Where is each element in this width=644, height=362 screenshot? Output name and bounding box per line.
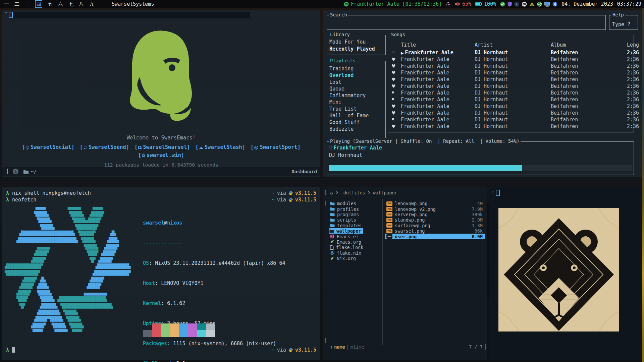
now-playing-module[interactable]: Frankfurter Aale [01:38/02:36] [344,1,442,7]
search-input[interactable] [330,18,601,26]
input-method-icon[interactable] [446,2,451,6]
playlist-inflammatory[interactable]: Inflammatory [329,92,369,99]
tree-item-flake-nix[interactable]: flake.nix [330,250,363,256]
file-row[interactable]: PNGstandwp.png2.9M [385,217,485,223]
file-row[interactable]: PNGsurfacewp.png1.3M [385,223,485,228]
link-swarsel-win[interactable]: ✿swarsel.win [138,152,184,158]
file-row-selected[interactable]: PNGuser.png6.9M [385,234,485,239]
shield-icon[interactable] [507,2,512,7]
spotify-icon [344,2,349,7]
playlist-hall-of-fame[interactable]: Hall of Fame [329,112,369,119]
heart-icon[interactable]: ♥ [391,56,401,63]
tree-item-folder[interactable]: profiles [330,206,363,212]
song-row[interactable]: ♥Frankfurter AaleDJ HornhautBeifahren2:3… [388,96,634,103]
tree-item-flake-lock[interactable]: flake.lock [330,245,363,250]
workspace-6[interactable]: 六 [58,0,63,8]
playlist-badizzle[interactable]: Badizzle [329,126,369,132]
sort-key[interactable]: name [334,344,345,350]
heart-icon[interactable]: ♥ [391,116,401,123]
playlist-queue[interactable]: Queue [329,85,369,92]
workspace-4-active[interactable]: 四 [35,0,42,8]
file-row[interactable]: PNGlenovowp_v2.png7.9M [385,206,485,212]
tree-item-nix-org[interactable]: Nix.org [330,256,363,261]
progress-bar[interactable] [329,165,632,171]
syncthing-icon[interactable] [537,2,542,7]
song-row[interactable]: ♥Frankfurter AaleDJ HornhautBeifahren2:3… [388,103,634,110]
file-row[interactable]: PNGserverwp.png389k [385,212,485,217]
song-row-playing[interactable]: ♡Frankfurter AaleDJ HornhautBeifahren2:3… [388,49,634,56]
sort-alt[interactable]: mtime [351,344,364,350]
song-row[interactable]: ♥Frankfurter AaleDJ HornhautBeifahren2:3… [388,110,634,116]
tree-item-emacs-org[interactable]: Emacs.org [330,239,363,245]
tree-item-folder[interactable]: modules [330,201,363,206]
tree-item-folder[interactable]: scripts [330,217,363,223]
link-swarselsport[interactable]: @SwarselSport [251,144,301,150]
library-box: Library Made For You Recently Played [327,35,386,55]
bluetooth-icon[interactable] [552,2,557,7]
heart-icon[interactable]: ♥ [391,96,401,103]
link-swarselstash[interactable]: ☁SwarselStash [195,144,245,150]
tree-item-folder[interactable]: templates [330,223,363,228]
playlist-lost[interactable]: Lost [329,79,369,85]
breadcrumb-dotfiles[interactable]: .dotfiles [341,190,365,195]
heart-icon[interactable]: ♡ [391,49,401,57]
display-icon[interactable] [544,2,550,7]
home-icon[interactable]: ⌂ [330,190,333,195]
workspace-7[interactable]: 七 [68,0,73,8]
playlist-overload-selected[interactable]: Overload [329,72,369,79]
volume-module[interactable]: 65% [455,1,471,7]
heart-icon[interactable]: ♥ [391,76,401,83]
song-row[interactable]: ♥Frankfurter AaleDJ HornhautBeifahren2:3… [388,116,634,123]
vpn-tent-icon[interactable] [529,2,535,6]
updates-ok-icon[interactable] [500,2,505,7]
playlist-good-stuff[interactable]: Good Stuff [329,119,369,126]
breadcrumb-wallpaper[interactable]: wallpaper [373,190,397,195]
prompt-line-current[interactable]: λ [6,347,15,353]
file-manager-pane: ⌂ .dotfiles wallpaper modules profiles p… [323,187,487,360]
heart-icon[interactable]: ♥ [391,103,401,110]
heart-icon[interactable]: ♥ [391,110,401,116]
heart-icon[interactable]: ♥ [391,89,401,96]
link-swarselswarsel[interactable]: ΩSwarselSwarsel [135,144,190,150]
workspace-8[interactable]: 八 [79,0,84,8]
pane-divider [382,199,383,345]
link-swarselsocial[interactable]: ◎SwarselSocial [22,144,74,150]
clock-date[interactable]: 04. Dezember 2023 [561,1,613,7]
workspace-5[interactable]: 五 [48,0,53,8]
heart-icon[interactable]: ♥ [391,123,401,130]
workspace-2[interactable]: 二 [14,0,19,8]
workspace-1[interactable]: 一 [4,0,9,8]
song-row[interactable]: ♥Frankfurter AaleDJ HornhautBeifahren2:3… [388,63,634,69]
tree-item-wallpaper-selected[interactable]: wallpaper [329,228,363,234]
file-row[interactable]: PNGlenovowp.png4M [385,201,485,206]
song-row[interactable]: ♥Frankfurter AaleDJ HornhautBeifahren2:3… [388,76,634,83]
song-row[interactable]: ♥Frankfurter AaleDJ HornhautBeifahren2:3… [388,123,634,130]
link-swarselsound[interactable]: ♫SwarselSound [80,144,129,150]
song-row[interactable]: ♥Frankfurter AaleDJ HornhautBeifahren2:3… [388,56,634,63]
neofetch-underline: ------------- [143,240,285,246]
heart-icon[interactable]: ♥ [391,83,401,89]
song-row[interactable]: ♥Frankfurter AaleDJ HornhautBeifahren2:3… [388,69,634,76]
fringe-marker [5,12,7,15]
tree-item-emacs-el[interactable]: Emacs.el [330,234,363,239]
heart-icon[interactable]: ♥ [391,69,401,76]
heart-icon[interactable]: ♥ [391,63,401,69]
playlist-mini[interactable]: Mini [329,99,369,106]
tree-item-folder[interactable]: programs [330,212,363,217]
battery-module[interactable]: 100% [475,1,496,7]
library-item-active[interactable]: Recently Played [329,46,375,53]
search-box[interactable]: Search [327,15,606,30]
song-row[interactable]: ♥Frankfurter AaleDJ HornhautBeifahren2:3… [388,83,634,89]
workspace-9[interactable]: 九 [89,0,94,8]
clock-time[interactable]: 03:37:29 [617,1,641,7]
discord-icon[interactable] [522,2,527,7]
playlist-training[interactable]: Training [329,65,369,72]
song-row[interactable]: ♥Frankfurter AaleDJ HornhautBeifahren2:3… [388,89,634,96]
heart-icon[interactable]: ♡ [329,145,333,151]
kdeconnect-icon[interactable] [514,2,519,7]
workspace-3[interactable]: 三 [25,0,30,8]
sort-direction[interactable]: ↑ [330,344,333,350]
library-item[interactable]: Made For You [329,39,375,46]
file-row[interactable]: PNGswarsel.png86k [385,228,485,234]
playlist-true-list[interactable]: True List [329,106,369,112]
